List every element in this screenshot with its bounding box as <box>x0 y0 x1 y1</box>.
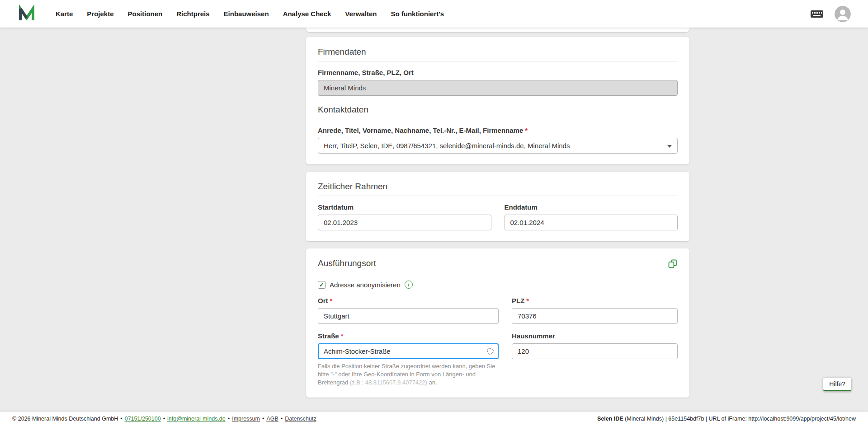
footer-ide-name: Selen IDE <box>597 416 623 422</box>
footer-link-impressum[interactable]: Impressum <box>232 416 260 422</box>
anonymize-checkbox[interactable]: ✓ <box>318 281 326 289</box>
divider <box>318 196 678 196</box>
footer-separator: • <box>120 416 122 422</box>
footer-separator: • <box>262 416 264 422</box>
divider <box>318 119 678 119</box>
footer-left: © 2026 Mineral Minds Deutschland GmbH • … <box>12 416 316 422</box>
footer-link-email[interactable]: info@mineral-minds.de <box>167 416 226 422</box>
plz-label: PLZ* <box>512 297 678 305</box>
copyright-text: © 2026 Mineral Minds Deutschland GmbH <box>12 416 118 422</box>
enddatum-label: Enddatum <box>505 203 678 211</box>
nav-item-verwalten[interactable]: Verwalten <box>345 10 377 18</box>
footer-separator: • <box>163 416 165 422</box>
main-content: Firmendaten Firmenname, Straße, PLZ, Ort… <box>0 28 868 412</box>
nav-item-karte[interactable]: Karte <box>56 10 73 18</box>
section-title-zeitlicher-rahmen: Zeitlicher Rahmen <box>318 182 678 192</box>
footer-separator: • <box>228 416 230 422</box>
startdatum-label: Startdatum <box>318 203 491 211</box>
strasse-label-text: Straße <box>318 332 339 340</box>
anonymize-label: Adresse anonymisieren <box>330 281 401 289</box>
help-button[interactable]: Hilfe? <box>823 378 851 391</box>
footer-link-datenschutz[interactable]: Datenschutz <box>285 416 316 422</box>
card-firmendaten: Firmendaten Firmenname, Straße, PLZ, Ort… <box>306 37 689 164</box>
user-avatar[interactable] <box>835 6 851 22</box>
required-marker: * <box>341 332 344 340</box>
nav-item-einbauweisen[interactable]: Einbauweisen <box>224 10 269 18</box>
section-title-kontaktdaten: Kontaktdaten <box>318 105 678 115</box>
company-input <box>318 80 678 96</box>
helper-text-suffix: an. <box>427 379 437 386</box>
hausnummer-label: Hausnummer <box>512 332 678 340</box>
check-icon: ✓ <box>319 282 324 288</box>
plz-input[interactable] <box>512 308 678 324</box>
top-nav: Karte Projekte Positionen Richtpreis Ein… <box>0 0 868 28</box>
footer-link-agb[interactable]: AGB <box>266 416 278 422</box>
kontakt-select[interactable]: Herr, TitelP, Selen, IDE, 0987/654321, s… <box>318 138 678 154</box>
copy-icon[interactable] <box>668 259 678 269</box>
card-ausfuehrungsort: Ausführungsort ✓ Adresse anonymisieren i <box>306 248 689 398</box>
loading-spinner-icon <box>487 348 494 355</box>
strasse-label: Straße* <box>318 332 499 340</box>
startdatum-input[interactable] <box>318 215 491 230</box>
helper-text-example: (z.B.: 48.8115607,9.4077422) <box>350 379 427 386</box>
info-icon[interactable]: i <box>405 281 413 289</box>
divider <box>318 273 678 273</box>
chevron-down-icon <box>667 145 672 148</box>
section-title-firmendaten: Firmendaten <box>318 47 678 57</box>
strasse-helper-text: Falls die Position keiner Straße zugeord… <box>318 362 499 387</box>
company-label: Firmenname, Straße, PLZ, Ort <box>318 69 678 77</box>
ort-input[interactable] <box>318 308 499 324</box>
kontakt-label-text: Anrede, Titel, Vorname, Nachname, Tel.-N… <box>318 126 523 134</box>
mineral-minds-logo-icon <box>17 5 36 23</box>
divider <box>318 61 678 61</box>
kontakt-select-value: Herr, TitelP, Selen, IDE, 0987/654321, s… <box>324 142 570 150</box>
required-marker: * <box>525 126 528 134</box>
footer: © 2026 Mineral Minds Deutschland GmbH • … <box>0 412 868 426</box>
ort-label: Ort* <box>318 297 499 305</box>
required-marker: * <box>526 297 529 304</box>
footer-ide-details: (Mineral Minds) | 65e1154bdf7b | URL of … <box>623 416 856 422</box>
card-partial-top <box>306 28 689 32</box>
footer-link-phone[interactable]: 07151/250100 <box>125 416 161 422</box>
strasse-input[interactable] <box>318 343 499 359</box>
nav-item-projekte[interactable]: Projekte <box>87 10 113 18</box>
main-navigation: Karte Projekte Positionen Richtpreis Ein… <box>56 10 444 18</box>
card-zeitlicher-rahmen: Zeitlicher Rahmen Startdatum Enddatum <box>306 172 689 241</box>
section-title-ausfuehrungsort: Ausführungsort <box>318 258 376 268</box>
hausnummer-input[interactable] <box>512 343 678 359</box>
keyboard-icon[interactable] <box>810 9 824 19</box>
ort-label-text: Ort <box>318 297 328 304</box>
plz-label-text: PLZ <box>512 297 524 304</box>
lot-form-column: Firmendaten Firmenname, Straße, PLZ, Ort… <box>306 28 689 412</box>
footer-separator: • <box>281 416 283 422</box>
kontakt-label: Anrede, Titel, Vorname, Nachname, Tel.-N… <box>318 126 678 135</box>
required-marker: * <box>330 297 333 304</box>
nav-item-positionen[interactable]: Positionen <box>128 10 163 18</box>
enddatum-input[interactable] <box>505 215 678 230</box>
footer-status-text: Selen IDE (Mineral Minds) | 65e1154bdf7b… <box>597 416 856 422</box>
nav-item-analyse-check[interactable]: Analyse Check <box>283 10 331 18</box>
nav-item-richtpreis[interactable]: Richtpreis <box>176 10 209 18</box>
nav-right-actions <box>810 6 851 22</box>
nav-item-so-funktionierts[interactable]: So funktioniert's <box>391 10 444 18</box>
app-logo[interactable] <box>17 4 37 24</box>
